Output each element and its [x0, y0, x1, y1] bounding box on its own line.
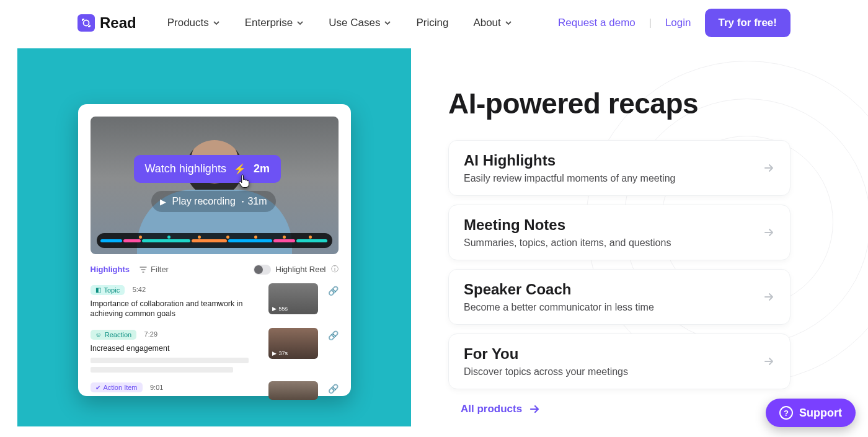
copy-link-icon[interactable]: 🔗 [328, 286, 339, 296]
nav-label: Enterprise [245, 17, 293, 29]
info-icon[interactable]: ⓘ [331, 264, 339, 275]
card-title: Meeting Notes [464, 216, 671, 234]
filter-button[interactable]: Filter [140, 265, 169, 274]
highlight-item[interactable]: ◧ Topic 5:42 Importance of collaboration… [91, 283, 339, 319]
highlight-item[interactable]: ✔ Action Item 9:01 🔗 [91, 381, 339, 400]
support-button[interactable]: ? Support [766, 399, 856, 427]
nav-about[interactable]: About [473, 17, 512, 29]
primary-nav: Products Enterprise Use Cases Pricing Ab… [167, 17, 512, 29]
arrow-right-icon [763, 226, 775, 239]
try-free-button[interactable]: Try for free! [705, 9, 790, 37]
card-desc: Easily review impactful moments of any m… [464, 173, 675, 184]
thumbnail-play: ▶ 55s [272, 306, 288, 312]
dot-icon: ● [242, 200, 244, 203]
highlight-badge-reaction: ☺ Reaction [91, 330, 137, 340]
highlight-badge-action: ✔ Action Item [91, 382, 143, 392]
nav-products[interactable]: Products [167, 17, 220, 29]
play-recording-label: Play recording [172, 196, 236, 207]
highlight-badge-label: Action Item [104, 384, 138, 391]
arrow-right-icon [528, 403, 541, 415]
brand-logo-icon [78, 14, 95, 32]
copy-link-icon[interactable]: 🔗 [328, 330, 339, 340]
card-title: Speaker Coach [464, 281, 654, 298]
request-demo-link[interactable]: Request a demo [558, 17, 636, 29]
card-desc: Discover topics across your meetings [464, 366, 628, 377]
highlight-badge-topic: ◧ Topic [91, 285, 125, 295]
chevron-down-icon [384, 19, 391, 27]
arrow-right-icon [763, 162, 775, 174]
card-desc: Summaries, topics, action items, and que… [464, 237, 671, 249]
product-mock-card: Watch highlights ⚡ 2m ▶ Play recording ●… [78, 104, 351, 396]
video-timeline[interactable] [97, 233, 332, 248]
feature-cards: AI Highlights Easily review impactful mo… [448, 140, 790, 389]
support-label: Support [799, 407, 842, 420]
watch-highlights-pill[interactable]: Watch highlights ⚡ 2m [134, 155, 281, 183]
highlight-reel-label: Highlight Reel [276, 265, 326, 274]
brand-logo[interactable]: Read [78, 14, 136, 32]
highlights-toolbar: Highlights Filter Highlight Reel ⓘ [91, 264, 339, 275]
play-recording-duration: 31m [247, 196, 267, 207]
filter-icon [140, 266, 147, 273]
thumbnail-play: ▶ 37s [272, 350, 288, 356]
arrow-right-icon [763, 355, 775, 368]
card-speaker-coach[interactable]: Speaker Coach Become a better communicat… [448, 269, 790, 325]
nav-label: Pricing [416, 17, 448, 29]
product-mock-panel: Watch highlights ⚡ 2m ▶ Play recording ●… [17, 48, 411, 426]
highlight-badge-label: Reaction [105, 331, 131, 338]
copy-link-icon[interactable]: 🔗 [328, 384, 339, 394]
section-headline: AI-powered recaps [448, 87, 790, 120]
highlight-thumbnail[interactable]: ▶ 55s [268, 283, 318, 314]
thumbnail-duration: 55s [279, 306, 288, 312]
highlight-thumbnail[interactable] [268, 381, 318, 400]
nav-label: About [473, 17, 500, 29]
cursor-hand-icon [238, 174, 252, 192]
highlight-thumbnail[interactable]: ▶ 37s [268, 328, 318, 359]
login-link[interactable]: Login [665, 17, 691, 29]
highlight-item[interactable]: ☺ Reaction 7:29 Increased engagement ▶ 3… [91, 328, 339, 372]
separator: | [649, 17, 652, 29]
nav-use-cases[interactable]: Use Cases [329, 17, 391, 29]
filter-label: Filter [151, 265, 169, 274]
brand-name: Read [100, 14, 136, 32]
help-icon: ? [779, 406, 793, 420]
all-products-label: All products [461, 403, 522, 415]
tag-icon: ◧ [95, 286, 101, 293]
highlight-badge-label: Topic [104, 286, 120, 294]
watch-highlights-label: Watch highlights [145, 162, 226, 175]
all-products-link[interactable]: All products [448, 403, 790, 415]
nav-enterprise[interactable]: Enterprise [245, 17, 304, 29]
highlight-timestamp: 5:42 [133, 286, 146, 293]
highlight-text: Increased engagement [91, 343, 252, 354]
chevron-down-icon [296, 19, 304, 27]
play-recording-badge[interactable]: ▶ Play recording ● 31m [151, 191, 276, 212]
card-meeting-notes[interactable]: Meeting Notes Summaries, topics, action … [448, 205, 790, 260]
nav-pricing[interactable]: Pricing [416, 17, 448, 29]
site-header: Read Products Enterprise Use Cases Prici… [0, 0, 868, 37]
chevron-down-icon [505, 19, 512, 27]
meeting-video-preview: Watch highlights ⚡ 2m ▶ Play recording ●… [91, 117, 339, 254]
svg-point-0 [84, 20, 89, 26]
skeleton-line [91, 358, 249, 363]
highlight-reel-toggle[interactable] [254, 265, 271, 275]
nav-right: Request a demo | Login Try for free! [558, 9, 790, 37]
card-for-you[interactable]: For You Discover topics across your meet… [448, 333, 790, 389]
card-title: AI Highlights [464, 152, 675, 169]
play-icon: ▶ [160, 197, 166, 206]
watch-highlights-duration: 2m [254, 162, 270, 175]
main-content: Watch highlights ⚡ 2m ▶ Play recording ●… [0, 37, 868, 426]
recaps-section: AI-powered recaps AI Highlights Easily r… [448, 48, 790, 426]
highlight-timestamp: 9:01 [150, 384, 163, 391]
chevron-down-icon [213, 19, 220, 27]
arrow-right-icon [763, 291, 775, 303]
thumbnail-duration: 37s [279, 350, 288, 356]
play-recording-duration-group: ● 31m [242, 196, 267, 207]
nav-label: Products [167, 17, 209, 29]
nav-label: Use Cases [329, 17, 380, 29]
skeleton-line [91, 367, 233, 373]
smile-icon: ☺ [95, 331, 102, 338]
card-desc: Become a better communicator in less tim… [464, 302, 654, 313]
card-ai-highlights[interactable]: AI Highlights Easily review impactful mo… [448, 140, 790, 196]
tab-highlights[interactable]: Highlights [91, 265, 130, 274]
highlight-text: Importance of collaboration and teamwork… [91, 299, 252, 320]
card-title: For You [464, 345, 628, 363]
